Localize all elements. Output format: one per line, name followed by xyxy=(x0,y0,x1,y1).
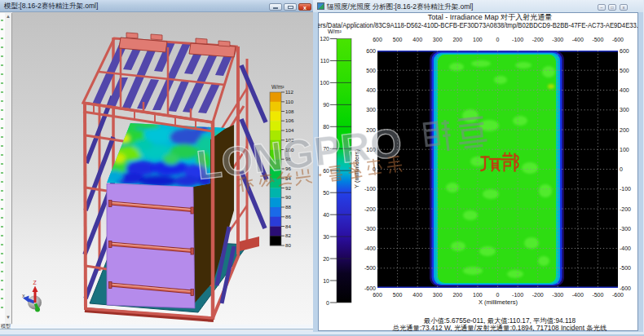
svg-text:-600: -600 xyxy=(364,285,376,291)
svg-text:104: 104 xyxy=(285,127,294,133)
svg-text:W/m²: W/m² xyxy=(271,84,285,90)
svg-text:60: 60 xyxy=(323,168,329,174)
svg-text:100: 100 xyxy=(320,80,329,86)
svg-text:40: 40 xyxy=(323,212,329,218)
svg-text:-300: -300 xyxy=(364,226,376,232)
svg-text:20: 20 xyxy=(323,256,329,262)
svg-text:300: 300 xyxy=(620,107,629,113)
svg-text:W/m²: W/m² xyxy=(328,29,342,34)
svg-text:80: 80 xyxy=(285,242,291,248)
svg-text:ers/Data/Application/83C9A118-: ers/Data/Application/83C9A118-D562-410D-… xyxy=(318,21,638,29)
svg-text:70: 70 xyxy=(323,146,329,152)
svg-text:10: 10 xyxy=(323,278,329,284)
svg-text:-200: -200 xyxy=(532,292,544,298)
svg-text:96: 96 xyxy=(285,166,291,171)
svg-text:-300: -300 xyxy=(552,292,563,298)
svg-text:500: 500 xyxy=(393,37,403,42)
svg-text:500: 500 xyxy=(393,292,403,298)
svg-text:200: 200 xyxy=(452,292,462,298)
svg-text:X (millimeters): X (millimeters) xyxy=(479,298,518,306)
svg-text:100: 100 xyxy=(473,292,483,298)
svg-text:30: 30 xyxy=(323,234,329,240)
svg-text:Total - Irradiance Map 对于入射光通量: Total - Irradiance Map 对于入射光通量 xyxy=(428,13,553,21)
svg-text:-100: -100 xyxy=(620,186,631,192)
svg-text:90: 90 xyxy=(323,102,329,108)
svg-text:100: 100 xyxy=(620,147,629,153)
svg-text:X: X xyxy=(22,294,25,298)
svg-text:-100: -100 xyxy=(512,37,523,42)
svg-text:110: 110 xyxy=(285,99,293,104)
svg-text:100: 100 xyxy=(285,147,294,153)
svg-text:98: 98 xyxy=(285,156,291,161)
svg-text:-500: -500 xyxy=(620,265,631,271)
svg-text:400: 400 xyxy=(412,292,422,298)
svg-text:300: 300 xyxy=(433,37,443,42)
svg-text:Z: Z xyxy=(33,280,37,285)
svg-text:500: 500 xyxy=(620,68,629,73)
svg-text:-100: -100 xyxy=(364,186,376,192)
svg-text:-600: -600 xyxy=(612,37,624,42)
svg-text:84: 84 xyxy=(285,223,291,229)
svg-text:88: 88 xyxy=(285,204,291,210)
svg-text:400: 400 xyxy=(366,87,376,93)
svg-text:82: 82 xyxy=(285,232,291,238)
svg-text:100: 100 xyxy=(366,147,376,153)
svg-text:200: 200 xyxy=(366,127,376,133)
svg-text:600: 600 xyxy=(620,48,629,54)
svg-text:200: 200 xyxy=(620,127,629,133)
svg-text:112: 112 xyxy=(285,89,293,95)
svg-text:-500: -500 xyxy=(592,37,603,42)
svg-text:-600: -600 xyxy=(620,285,631,291)
svg-text:600: 600 xyxy=(373,292,382,298)
svg-text:Y (millimeters): Y (millimeters) xyxy=(353,149,360,188)
svg-text:102: 102 xyxy=(285,137,294,143)
svg-text:50: 50 xyxy=(323,190,329,196)
svg-text:120: 120 xyxy=(320,36,329,42)
svg-text:-500: -500 xyxy=(364,265,376,271)
svg-text:500: 500 xyxy=(366,68,376,73)
svg-text:110: 110 xyxy=(320,58,329,64)
svg-text:-600: -600 xyxy=(612,292,624,298)
svg-text:0: 0 xyxy=(326,300,329,306)
svg-text:94: 94 xyxy=(285,175,291,181)
svg-text:0: 0 xyxy=(373,166,376,172)
svg-text:200: 200 xyxy=(452,37,462,42)
svg-text:300: 300 xyxy=(433,292,443,298)
svg-text:92: 92 xyxy=(285,185,291,191)
svg-text:-200: -200 xyxy=(532,37,544,42)
svg-text:-300: -300 xyxy=(552,37,563,42)
svg-text:-200: -200 xyxy=(620,206,631,212)
svg-text:总光通量:73.412 W, 光通量/发射光通量:0.189: 总光通量:73.412 W, 光通量/发射光通量:0.1894, 717108 … xyxy=(392,324,607,331)
svg-text:0: 0 xyxy=(496,37,500,42)
svg-text:-400: -400 xyxy=(620,245,631,251)
svg-text:90: 90 xyxy=(285,194,291,200)
svg-text:-500: -500 xyxy=(592,292,603,298)
svg-text:0: 0 xyxy=(496,292,500,298)
svg-text:-400: -400 xyxy=(572,292,584,298)
svg-text:100: 100 xyxy=(473,37,483,42)
svg-text:80: 80 xyxy=(323,124,329,130)
svg-text:-400: -400 xyxy=(364,245,376,251)
svg-text:-400: -400 xyxy=(572,37,584,42)
svg-text:106: 106 xyxy=(285,117,294,123)
svg-text:-300: -300 xyxy=(620,226,631,232)
svg-text:-200: -200 xyxy=(364,206,376,212)
svg-text:-100: -100 xyxy=(512,292,523,298)
svg-text:400: 400 xyxy=(412,37,422,42)
svg-text:600: 600 xyxy=(366,48,376,54)
svg-text:108: 108 xyxy=(285,108,294,114)
svg-text:400: 400 xyxy=(620,87,629,93)
svg-text:86: 86 xyxy=(285,214,291,219)
svg-text:0: 0 xyxy=(620,166,623,172)
svg-text:600: 600 xyxy=(373,37,382,42)
svg-text:300: 300 xyxy=(366,107,376,113)
